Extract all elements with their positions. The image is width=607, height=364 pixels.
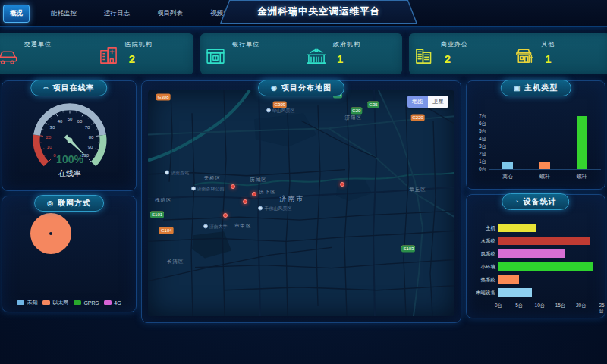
category-label: 热系统: [468, 275, 495, 284]
nav-tab-1[interactable]: 概况: [3, 5, 30, 23]
stat-label: 商业办公: [441, 40, 468, 49]
bar-离心: [502, 162, 513, 169]
y-axis-tick: 4台: [468, 136, 486, 143]
bank-icon: [205, 45, 226, 66]
map-layer-satellite-button[interactable]: 卫星: [428, 96, 448, 108]
x-axis-tick: 5台: [515, 303, 523, 309]
road-badge-G104: G104: [159, 227, 174, 234]
y-axis-tick: 2台: [468, 151, 486, 158]
poi-label-济南大学: 济南大学: [203, 224, 228, 231]
legend-item-GPRS[interactable]: GPRS: [74, 300, 99, 306]
office-icon: [414, 45, 435, 66]
device-stats-plot: 主机水系统风系统小环境热系统末端设备0台5台10台15台20台25台: [467, 195, 605, 318]
top-nav: 概况能耗监控运行日志项目列表视频监控 金洲科瑞中央空调运维平台: [0, 0, 607, 27]
road-badge-G20: G20: [351, 107, 362, 114]
y-axis-tick: 3台: [468, 143, 486, 150]
stats-icon: ◔: [514, 198, 519, 206]
bar-热系统: [498, 275, 519, 284]
project-marker-1[interactable]: [231, 184, 235, 189]
nav-tab-2[interactable]: 能耗监控: [45, 5, 83, 22]
map-layer-map-button[interactable]: 地图: [407, 96, 428, 108]
x-axis-tick: 20台: [576, 303, 587, 309]
area-label-历下区: 历下区: [259, 189, 276, 196]
stat-item: 其他1: [509, 33, 607, 74]
svg-text:90: 90: [88, 145, 93, 149]
bar-风系统: [498, 249, 565, 258]
network-legend: 未知以太网GPRS4G: [2, 299, 136, 306]
y-axis-tick: 6台: [468, 121, 486, 127]
category-label: 风系统: [468, 249, 495, 258]
area-label-济南市: 济南市: [279, 194, 304, 204]
stat-card: 商业办公2其他1: [409, 33, 607, 74]
area-label-济阳区: 济阳区: [344, 114, 362, 121]
bar-主机: [498, 224, 536, 232]
y-axis-tick: 0台: [468, 166, 486, 173]
online-gauge: 0102030405060708090100100%在线率: [9, 98, 131, 187]
bar-螺杆: [577, 116, 587, 169]
link-icon: ∞: [43, 84, 49, 92]
shop-icon: [514, 45, 535, 66]
platform-title-plaque: 金洲科瑞中央空调运维平台: [220, 0, 417, 24]
government-icon: [306, 45, 327, 66]
panel-host-header: ▣ 主机类型: [501, 80, 571, 96]
stat-value: [232, 52, 259, 64]
svg-text:20: 20: [46, 135, 52, 140]
panel-host-title: 主机类型: [524, 83, 558, 93]
stat-item: 交通单位: [0, 33, 93, 74]
network-donut: [30, 213, 71, 254]
poi-label-济南森林公园: 济南森林公园: [191, 185, 225, 192]
svg-text:50: 50: [68, 117, 73, 121]
panel-host-type: ▣ 主机类型 0台1台2台3台4台5台6台7台离心螺杆螺杆: [466, 80, 605, 190]
bar-水系统: [498, 237, 590, 245]
map-canvas[interactable]: G308G309G104G220G3G20G35S101S103济南市天桥区历城…: [148, 90, 454, 316]
host-type-plot: 0台1台2台3台4台5台6台7台离心螺杆螺杆: [467, 81, 605, 189]
area-label-槐荫区: 槐荫区: [155, 196, 172, 203]
project-marker-3[interactable]: [223, 213, 228, 218]
stat-item: 商业办公2: [409, 33, 510, 74]
gauge-caption: 在线率: [58, 169, 81, 177]
gauge-value: 100%: [56, 153, 83, 165]
project-marker-4[interactable]: [252, 192, 256, 196]
stats-row: 交通单位医院机构2银行单位政府机构1商业办公2其他1: [0, 33, 607, 74]
map-overlays: G308G309G104G220G3G20G35S101S103济南市天桥区历城…: [148, 90, 454, 316]
stat-value: 1: [541, 52, 555, 65]
panel-network-header: ◎ 联网方式: [34, 195, 104, 212]
stat-value: 1: [333, 52, 360, 65]
panel-online-rate-title: 项目在线率: [53, 83, 95, 93]
area-label-天桥区: 天桥区: [204, 175, 222, 182]
legend-item-未知[interactable]: 未知: [17, 299, 37, 306]
globe-icon: ◎: [47, 199, 54, 207]
stat-label: 医院机构: [125, 40, 153, 49]
legend-item-以太网[interactable]: 以太网: [42, 299, 68, 306]
nav-tab-4[interactable]: 项目列表: [151, 5, 189, 22]
svg-text:40: 40: [58, 119, 63, 124]
project-marker-5[interactable]: [340, 182, 344, 187]
dashboard: 概况能耗监控运行日志项目列表视频监控 金洲科瑞中央空调运维平台 交通单位医院机构…: [0, 0, 607, 364]
project-marker-2[interactable]: [243, 199, 247, 204]
stat-label: 交通单位: [24, 40, 52, 49]
bar-螺杆: [539, 162, 550, 169]
stat-value: 2: [441, 52, 468, 65]
svg-text:60: 60: [77, 119, 83, 124]
nav-tabs: 概况能耗监控运行日志项目列表视频监控: [3, 5, 257, 23]
panel-online-rate: ∞ 项目在线率 0102030405060708090100100%在线率: [2, 80, 137, 191]
nav-tab-3[interactable]: 运行日志: [98, 5, 136, 22]
svg-text:30: 30: [50, 125, 55, 130]
road-badge-G308: G308: [156, 93, 171, 100]
monitor-icon: ▣: [514, 84, 521, 92]
panel-project-map: ◉ 项目分布地图: [141, 80, 461, 323]
poi-label-千佛山风景区: 千佛山风景区: [258, 206, 291, 212]
panel-network-type: ◎ 联网方式 未知以太网GPRS4G: [2, 196, 137, 312]
road-badge-S103: S103: [401, 245, 415, 252]
hospital-icon: [98, 45, 119, 66]
area-label-章丘区: 章丘区: [409, 187, 426, 193]
bar-小环境: [498, 262, 593, 271]
x-axis-tick: 10台: [535, 303, 546, 309]
car-icon: [0, 45, 18, 66]
bar-末端设备: [498, 288, 532, 297]
road-badge-S101: S101: [150, 211, 164, 218]
road-badge-G35: G35: [367, 102, 379, 108]
y-axis-tick: 1台: [468, 158, 486, 165]
legend-item-4G[interactable]: 4G: [104, 300, 121, 306]
panel-map-header: ◉ 项目分布地图: [258, 80, 344, 96]
